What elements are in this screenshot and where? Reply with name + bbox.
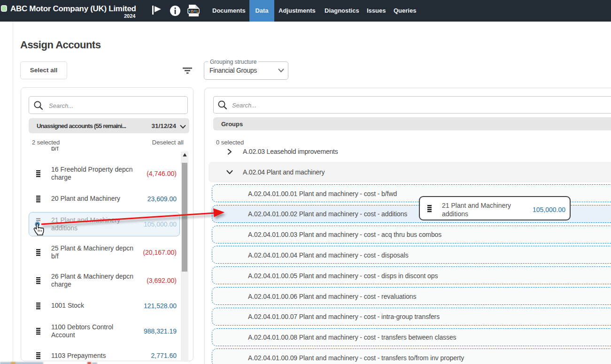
svg-text:XBRL: XBRL [188, 9, 199, 14]
